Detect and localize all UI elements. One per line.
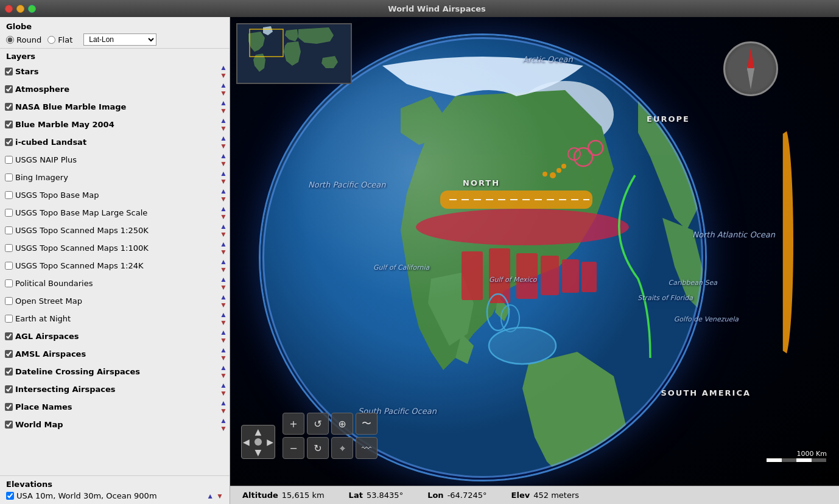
layer-up-earth_at_night[interactable]: ▲ (220, 311, 227, 318)
layer-up-usgs_topo_100k[interactable]: ▲ (220, 240, 227, 248)
layer-checkbox-world_map[interactable] (5, 421, 13, 429)
layer-checkbox-bing_imagery[interactable] (5, 173, 13, 181)
layer-up-open_street_map[interactable]: ▲ (220, 293, 227, 301)
layer-down-blue_marble_may[interactable]: ▼ (220, 125, 227, 132)
radio-round-label[interactable]: Round (6, 35, 41, 44)
layer-checkbox-usgs_topo_250k[interactable] (5, 226, 13, 234)
layer-down-agl_airspaces[interactable]: ▼ (220, 337, 227, 344)
reset-heading-button[interactable]: ⌖ (331, 437, 353, 459)
elevation-item: USA 10m, World 30m, Ocean 900m ▲ ▼ (6, 491, 223, 500)
layer-item-political_boundaries: Political Boundaries▲▼ (0, 275, 230, 292)
layers-list[interactable]: Stars▲▼Atmosphere▲▼NASA Blue Marble Imag… (0, 63, 230, 475)
layer-checkbox-usgs_topo_base[interactable] (5, 191, 13, 199)
layer-down-bing_imagery[interactable]: ▼ (220, 178, 227, 185)
layer-down-earth_at_night[interactable]: ▼ (220, 319, 227, 326)
layer-checkbox-intersecting[interactable] (5, 385, 13, 393)
zoom-in-button[interactable]: + (283, 413, 304, 435)
nav-up-arrow[interactable]: ▲ (255, 427, 262, 436)
nav-down-arrow[interactable]: ▼ (255, 447, 262, 457)
layer-down-icubed_landsat[interactable]: ▼ (220, 142, 227, 150)
lon-value: -64.7245° (448, 491, 487, 500)
right-panel[interactable]: Arctic Ocean North Pacific Ocean North A… (230, 17, 839, 504)
layer-checkbox-stars[interactable] (5, 68, 13, 75)
nav-cross[interactable]: ▲ ▼ ◀ ▶ (241, 425, 275, 459)
nav-left-arrow[interactable]: ◀ (243, 437, 250, 447)
layer-down-usgs_naip[interactable]: ▼ (220, 160, 227, 167)
layer-up-political_boundaries[interactable]: ▲ (220, 276, 227, 283)
layer-checkbox-agl_airspaces[interactable] (5, 332, 13, 340)
elevation-down-arrow[interactable]: ▼ (216, 492, 223, 500)
layer-checkbox-blue_marble_may[interactable] (5, 121, 13, 128)
layer-checkbox-political_boundaries[interactable] (5, 279, 13, 287)
layer-up-dateline_crossing[interactable]: ▲ (220, 364, 227, 371)
layer-up-usgs_topo_250k[interactable]: ▲ (220, 223, 227, 230)
layer-up-amsl_airspaces[interactable]: ▲ (220, 346, 227, 354)
layer-checkbox-earth_at_night[interactable] (5, 315, 13, 323)
layer-down-usgs_topo_base[interactable]: ▼ (220, 195, 227, 203)
layer-up-usgs_naip[interactable]: ▲ (220, 152, 227, 159)
radio-flat[interactable] (47, 36, 55, 44)
maximize-button[interactable] (28, 5, 36, 13)
elevation-up-arrow[interactable]: ▲ (206, 492, 214, 500)
layer-checkbox-nasa_blue_marble[interactable] (5, 103, 13, 111)
layer-down-usgs_topo_large[interactable]: ▼ (220, 213, 227, 220)
layer-up-agl_airspaces[interactable]: ▲ (220, 329, 227, 336)
globe-section: Globe Round Flat Lat-Lon Mercator Equire… (0, 17, 230, 49)
layer-up-place_names[interactable]: ▲ (220, 399, 227, 407)
layer-up-bing_imagery[interactable]: ▲ (220, 170, 227, 177)
layer-up-nasa_blue_marble[interactable]: ▲ (220, 99, 227, 107)
layer-checkbox-atmosphere[interactable] (5, 85, 13, 93)
projection-select[interactable]: Lat-Lon Mercator Equirectangular (83, 33, 156, 46)
rotate-ccw-button[interactable]: ↺ (307, 413, 329, 435)
layer-down-intersecting[interactable]: ▼ (220, 390, 227, 397)
radio-round[interactable] (6, 36, 14, 44)
svg-point-17 (550, 172, 556, 178)
layer-checkbox-icubed_landsat[interactable] (5, 138, 13, 146)
layer-down-usgs_topo_250k[interactable]: ▼ (220, 231, 227, 238)
wave2-button[interactable]: 〰 (356, 437, 377, 459)
layer-up-stars[interactable]: ▲ (220, 64, 227, 71)
layer-down-open_street_map[interactable]: ▼ (220, 301, 227, 309)
layer-down-world_map[interactable]: ▼ (220, 425, 227, 432)
close-button[interactable] (5, 5, 13, 13)
layer-up-usgs_topo_large[interactable]: ▲ (220, 205, 227, 212)
layer-checkbox-usgs_topo_100k[interactable] (5, 244, 13, 252)
layer-down-usgs_topo_100k[interactable]: ▼ (220, 248, 227, 256)
wave-button[interactable]: 〜 (356, 413, 377, 435)
layer-down-dateline_crossing[interactable]: ▼ (220, 372, 227, 379)
layer-checkbox-open_street_map[interactable] (5, 297, 13, 305)
layer-checkbox-dateline_crossing[interactable] (5, 368, 13, 376)
layer-up-icubed_landsat[interactable]: ▲ (220, 135, 227, 142)
layer-up-atmosphere[interactable]: ▲ (220, 82, 227, 89)
layer-down-usgs_topo_24k[interactable]: ▼ (220, 266, 227, 273)
compass[interactable] (723, 41, 778, 96)
layer-item-usgs_topo_24k: USGS Topo Scanned Maps 1:24K▲▼ (0, 257, 230, 275)
tilt-button[interactable]: ⊕ (331, 413, 353, 435)
layer-down-place_names[interactable]: ▼ (220, 407, 227, 415)
layer-checkbox-usgs_naip[interactable] (5, 156, 13, 164)
layer-down-stars[interactable]: ▼ (220, 72, 227, 79)
minimize-button[interactable] (16, 5, 24, 13)
radio-flat-label[interactable]: Flat (47, 35, 72, 44)
layer-item-stars: Stars▲▼ (0, 63, 230, 80)
layer-down-political_boundaries[interactable]: ▼ (220, 284, 227, 291)
layer-up-usgs_topo_base[interactable]: ▲ (220, 187, 227, 195)
layer-label-icubed_landsat: i-cubed Landsat (15, 138, 217, 147)
zoom-out-button[interactable]: − (283, 437, 304, 459)
layer-checkbox-usgs_topo_large[interactable] (5, 209, 13, 217)
layer-item-place_names: Place Names▲▼ (0, 398, 230, 416)
layer-checkbox-amsl_airspaces[interactable] (5, 350, 13, 358)
rotate-cw-button[interactable]: ↻ (307, 437, 329, 459)
layer-down-nasa_blue_marble[interactable]: ▼ (220, 107, 227, 114)
nav-right-arrow[interactable]: ▶ (267, 437, 273, 447)
layer-down-atmosphere[interactable]: ▼ (220, 89, 227, 97)
layer-down-amsl_airspaces[interactable]: ▼ (220, 354, 227, 362)
layer-up-world_map[interactable]: ▲ (220, 417, 227, 424)
layer-checkbox-usgs_topo_24k[interactable] (5, 262, 13, 270)
layer-checkbox-place_names[interactable] (5, 403, 13, 411)
layer-item-world_map: World Map▲▼ (0, 416, 230, 433)
layer-up-intersecting[interactable]: ▲ (220, 382, 227, 389)
layer-up-blue_marble_may[interactable]: ▲ (220, 117, 227, 124)
elevation-checkbox[interactable] (6, 492, 14, 500)
layer-up-usgs_topo_24k[interactable]: ▲ (220, 258, 227, 265)
